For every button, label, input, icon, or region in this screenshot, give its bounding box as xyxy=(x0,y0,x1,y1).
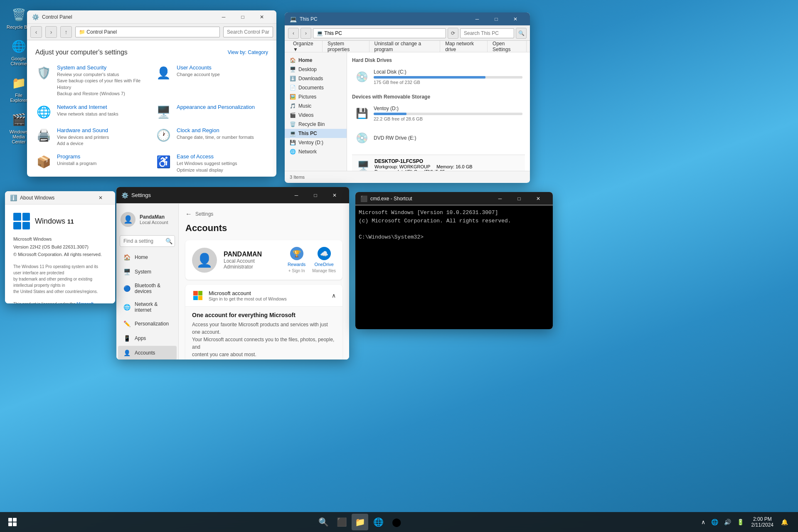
cp-maximize-button[interactable]: □ xyxy=(233,10,252,24)
cp-item-clock-region[interactable]: 🕐 Clock and Region Change date, time, or… xyxy=(155,127,268,147)
settings-nav-network[interactable]: 🌐 Network & internet xyxy=(118,298,177,316)
settings-nav-bluetooth[interactable]: 🔵 Bluetooth & devices xyxy=(118,279,177,298)
cmd-body[interactable]: Microsoft Windows [Version 10.0.22631.30… xyxy=(355,205,553,329)
about-close-button[interactable]: ✕ xyxy=(91,191,110,204)
hardware-sound-title[interactable]: Hardware and Sound xyxy=(57,127,109,133)
profile-onedrive-service[interactable]: ☁️ OneDrive Manage files xyxy=(312,247,336,273)
settings-nav-accounts[interactable]: 👤 Accounts xyxy=(118,346,177,360)
cp-item-hardware-sound[interactable]: 🖨️ Hardware and Sound View devices and p… xyxy=(35,127,148,147)
appearance-title[interactable]: Appearance and Personalization xyxy=(177,104,255,110)
settings-close-button[interactable]: ✕ xyxy=(325,189,344,202)
tp-search-input[interactable] xyxy=(460,28,514,38)
tp-sidebar-documents[interactable]: 📄 Documents xyxy=(285,83,347,92)
tp-address-bar[interactable]: 💻 This PC xyxy=(313,28,446,38)
start-button[interactable] xyxy=(4,514,21,530)
tp-organize-button[interactable]: Organize ▼ xyxy=(288,41,323,52)
taskbar-edge[interactable]: 🌐 xyxy=(370,514,387,530)
tp-sidebar-pictures[interactable]: 🖼️ Pictures xyxy=(285,92,347,101)
cmd-close-button[interactable]: ✕ xyxy=(529,192,548,205)
about-titlebar[interactable]: ℹ️ About Windows ✕ xyxy=(5,191,115,204)
tp-sidebar-home[interactable]: 🏠 Home xyxy=(285,56,347,65)
tp-map-network-button[interactable]: Map network drive xyxy=(440,41,488,52)
settings-nav-home[interactable]: 🏠 Home xyxy=(118,250,177,264)
cp-search-input[interactable] xyxy=(223,27,273,37)
cp-back-button[interactable]: ‹ xyxy=(30,26,42,38)
cp-minimize-button[interactable]: ─ xyxy=(214,10,233,24)
tray-notification-icon[interactable]: 🔔 xyxy=(779,517,790,527)
cp-address-bar[interactable]: 📁 Control Panel xyxy=(75,27,220,37)
cp-viewby: View by: Category xyxy=(228,49,268,55)
tp-sidebar-recycle-bin[interactable]: 🗑️ Recycle Bin xyxy=(285,120,347,129)
tp-drive-d[interactable]: 💾 Ventoy (D:) 22.2 GB free of 28.6 GB xyxy=(352,103,525,124)
cp-close-button[interactable]: ✕ xyxy=(252,10,271,24)
ease-of-access-title[interactable]: Ease of Access xyxy=(177,153,237,160)
cmd-maximize-button[interactable]: □ xyxy=(510,192,529,205)
tp-sidebar-desktop[interactable]: 🖥️ Desktop xyxy=(285,65,347,74)
settings-minimize-button[interactable]: ─ xyxy=(287,189,306,202)
system-security-title[interactable]: System and Security xyxy=(57,64,148,71)
settings-maximize-button[interactable]: □ xyxy=(306,189,325,202)
this-pc-main: Hard Disk Drives 💿 Local Disk (C:) 175 G… xyxy=(347,52,530,171)
ms-one-account-desc: Access your favorite Microsoft products … xyxy=(192,321,336,358)
tp-sidebar-music[interactable]: 🎵 Music xyxy=(285,101,347,111)
cp-item-user-accounts[interactable]: 👤 User Accounts Change account type xyxy=(155,64,268,97)
tp-drive-e[interactable]: 💿 DVD RW Drive (E:) xyxy=(352,128,525,148)
tp-sidebar-network[interactable]: 🌐 Network xyxy=(285,147,347,156)
this-pc-titlebar[interactable]: 💻 This PC ─ □ ✕ xyxy=(285,12,530,26)
tp-sidebar-ventoy[interactable]: 💾 Ventoy (D:) xyxy=(285,138,347,147)
cmd-minimize-button[interactable]: ─ xyxy=(490,192,510,205)
tp-sidebar-downloads[interactable]: ⬇️ Downloads xyxy=(285,74,347,83)
tp-search-button[interactable]: 🔍 xyxy=(516,28,527,39)
tray-network-icon[interactable]: 🌐 xyxy=(709,517,720,527)
this-pc-close-button[interactable]: ✕ xyxy=(506,12,525,26)
taskbar-search[interactable]: 🔍 xyxy=(315,514,332,530)
cp-item-appearance[interactable]: 🖥️ Appearance and Personalization xyxy=(155,104,268,121)
tray-chevron[interactable]: ∧ xyxy=(699,517,707,527)
this-pc-controls: ─ □ ✕ xyxy=(468,12,525,26)
settings-page-title: Accounts xyxy=(185,223,342,234)
this-pc-minimize-button[interactable]: ─ xyxy=(468,12,487,26)
settings-user-header: 👤 PandaMan Local Account xyxy=(116,207,178,232)
clock-region-title[interactable]: Clock and Region xyxy=(177,127,254,133)
tp-open-settings-button[interactable]: Open Settings xyxy=(488,41,527,52)
cp-item-system-security[interactable]: 🛡️ System and Security Review your compu… xyxy=(35,64,148,97)
tp-uninstall-button[interactable]: Uninstall or change a program xyxy=(369,41,441,52)
tp-forward-button[interactable]: › xyxy=(300,28,311,39)
cp-item-ease-of-access[interactable]: ♿ Ease of Access Let Windows suggest set… xyxy=(155,153,268,173)
tray-volume-icon[interactable]: 🔊 xyxy=(722,517,733,527)
user-accounts-title[interactable]: User Accounts xyxy=(177,64,220,71)
taskbar-file-explorer[interactable]: 📁 xyxy=(352,514,368,530)
cp-up-button[interactable]: ↑ xyxy=(60,26,72,38)
taskbar-clock[interactable]: 2:00 PM 2/11/2024 xyxy=(748,515,777,529)
network-internet-title[interactable]: Network and Internet xyxy=(57,104,118,110)
tp-system-properties-button[interactable]: System properties xyxy=(323,41,369,52)
settings-titlebar[interactable]: ⚙️ Settings ─ □ ✕ xyxy=(116,187,349,204)
tp-refresh-button[interactable]: ⟳ xyxy=(448,28,458,39)
tray-battery-icon[interactable]: 🔋 xyxy=(735,517,746,527)
taskbar-task-view[interactable]: ⬛ xyxy=(333,514,350,530)
cp-item-programs[interactable]: 📦 Programs Uninstall a program xyxy=(35,153,148,173)
tp-home-icon: 🏠 xyxy=(290,57,296,63)
tp-drive-c[interactable]: 💿 Local Disk (C:) 175 GB free of 232 GB xyxy=(352,66,525,87)
taskbar-chrome[interactable]: ⬤ xyxy=(388,514,405,530)
settings-nav-personalization[interactable]: ✏️ Personalization xyxy=(118,317,177,331)
programs-title[interactable]: Programs xyxy=(57,153,96,160)
settings-nav-apps[interactable]: 📱 Apps xyxy=(118,331,177,345)
control-panel-titlebar[interactable]: ⚙️ Control Panel ─ □ ✕ xyxy=(27,10,276,24)
ms-account-header[interactable]: Microsoft account Sign in to get the mos… xyxy=(185,285,342,306)
tp-sidebar-videos[interactable]: 🎬 Videos xyxy=(285,111,347,120)
settings-nav-system-label: System xyxy=(135,269,151,275)
cp-item-network-internet[interactable]: 🌐 Network and Internet View network stat… xyxy=(35,104,148,121)
tp-drive-c-bar xyxy=(374,76,522,79)
cmd-titlebar[interactable]: ⬛ cmd.exe - Shortcut ─ □ ✕ xyxy=(355,192,553,205)
apps-nav-icon: 📱 xyxy=(123,335,131,342)
user-accounts-icon: 👤 xyxy=(155,64,172,81)
this-pc-maximize-button[interactable]: □ xyxy=(487,12,506,26)
ms-account-chevron[interactable]: ∧ xyxy=(332,292,336,299)
tp-back-button[interactable]: ‹ xyxy=(288,28,299,39)
tp-sidebar-this-pc[interactable]: 💻 This PC xyxy=(285,129,347,138)
settings-nav-system[interactable]: 🖥️ System xyxy=(118,265,177,279)
profile-rewards-service[interactable]: 🏆 Rewards + Sign In xyxy=(288,247,305,273)
cp-forward-button[interactable]: › xyxy=(45,26,57,38)
settings-back-button[interactable]: ← xyxy=(185,210,192,218)
